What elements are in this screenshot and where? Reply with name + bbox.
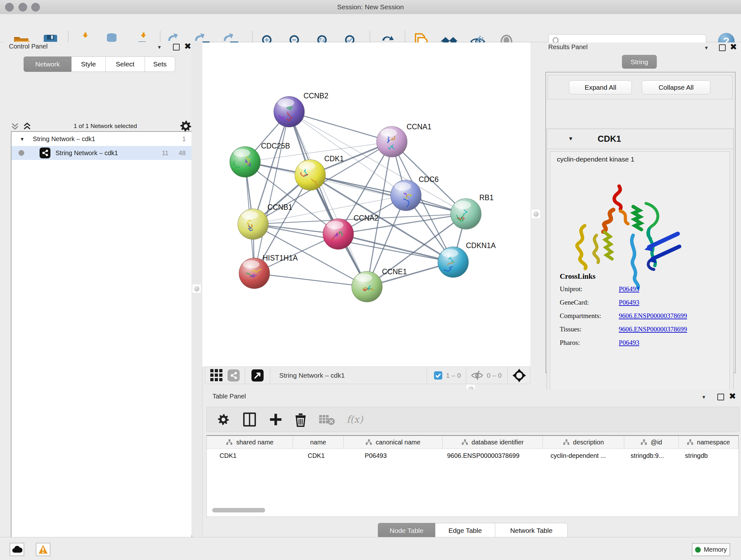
- table-body: CDK1CDK1P064939606.ENSP00000378699cyclin…: [207, 449, 738, 462]
- crosslink-link[interactable]: P06493: [619, 299, 639, 307]
- network-node-CDK1[interactable]: CDK1: [295, 154, 344, 190]
- table-cell: 9606.ENSP00000378699: [443, 449, 543, 462]
- network-edge-CCNB2-CCNE1[interactable]: [289, 112, 367, 287]
- tab-style[interactable]: Style: [71, 57, 106, 72]
- hierarchy-icon: [641, 439, 648, 445]
- birds-eye-view-icon[interactable]: [210, 369, 223, 382]
- network-canvas[interactable]: CCNB2CCNA1CDC25BCDK1CDC6RB1CCNB1CCNA2CDK…: [202, 43, 530, 367]
- expand-all-networks-icon[interactable]: [23, 122, 31, 131]
- table-settings-gear-icon[interactable]: [217, 413, 230, 426]
- network-node-HIST1H1A[interactable]: HIST1H1A: [239, 254, 298, 289]
- network-row-selected[interactable]: String Network – cdk1 11 48: [11, 146, 192, 160]
- collapse-all-networks-icon[interactable]: [11, 122, 19, 131]
- splitter-handle[interactable]: [532, 210, 540, 218]
- network-node-CCNB2[interactable]: CCNB2: [274, 91, 328, 127]
- column-header--id[interactable]: @id: [624, 436, 678, 449]
- hierarchy-icon: [365, 439, 373, 445]
- node-label-CCNB2: CCNB2: [304, 91, 328, 100]
- panel-collapse-icon[interactable]: ▼: [704, 45, 709, 51]
- network-edge-CDK1-RB1[interactable]: [310, 175, 466, 214]
- expand-all-button[interactable]: Expand All: [569, 80, 632, 95]
- table-panel: Table Panel ▼ ✖ f(x) shared namenamecano…: [203, 389, 741, 537]
- tab-edge-table[interactable]: Edge Table: [435, 523, 495, 538]
- node-label-CCNB1: CCNB1: [267, 203, 292, 211]
- network-node-CDKN1A[interactable]: CDKN1A: [438, 241, 496, 277]
- crosslink-label: Uniprot:: [560, 285, 619, 293]
- splitter-handle[interactable]: [192, 285, 201, 293]
- cloud-status-button[interactable]: [10, 543, 24, 556]
- hierarchy-icon: [226, 439, 233, 445]
- graphics-details-icon[interactable]: [227, 369, 240, 381]
- section-collapse-icon[interactable]: ▼: [568, 136, 574, 142]
- network-status-dot: [18, 150, 24, 156]
- table-cell: CDK1: [207, 449, 293, 462]
- gene-name: CDK1: [598, 134, 621, 144]
- navigator-crosshair-icon[interactable]: [512, 368, 526, 382]
- node-label-CCNA2: CCNA2: [354, 214, 379, 222]
- collapse-all-button[interactable]: Collapse All: [642, 80, 711, 95]
- horizontal-scrollbar-thumb[interactable]: [212, 508, 265, 512]
- column-header-description[interactable]: description: [543, 436, 624, 449]
- column-header-name[interactable]: name: [293, 436, 344, 449]
- network-node-CDC25B[interactable]: CDC25B: [230, 142, 290, 177]
- node-label-CDC6: CDC6: [419, 175, 439, 184]
- network-collection-row[interactable]: ▼ String Network – cdk1 1: [11, 132, 192, 146]
- delete-table-icon: [319, 413, 335, 426]
- tab-network-table[interactable]: Network Table: [495, 523, 568, 538]
- network-options-gear-icon[interactable]: [179, 120, 192, 132]
- table-row[interactable]: CDK1CDK1P064939606.ENSP00000378699cyclin…: [207, 449, 738, 462]
- tab-string[interactable]: String: [622, 55, 657, 69]
- crosslink-link[interactable]: 9606.ENSP00000378699: [619, 325, 687, 333]
- tree-expander-icon[interactable]: ▼: [20, 136, 24, 142]
- column-header-namespace[interactable]: namespace: [679, 436, 738, 449]
- selected-node-edge-count: 1 – 0: [446, 372, 461, 379]
- vertical-splitter[interactable]: [192, 42, 203, 536]
- control-panel: Control Panel ▼ ✖ NetworkStyleSelectSets…: [3, 42, 192, 536]
- column-header-canonical-name[interactable]: canonical name: [344, 436, 443, 449]
- network-edge-CCNB2-HIST1H1A[interactable]: [254, 112, 289, 273]
- tab-sets[interactable]: Sets: [145, 57, 175, 72]
- tab-network[interactable]: Network: [23, 57, 71, 72]
- node-label-CCNA1: CCNA1: [407, 123, 431, 131]
- network-edge-HIST1H1A-CCNE1[interactable]: [254, 273, 367, 287]
- vertical-splitter-right[interactable]: [530, 43, 543, 389]
- results-panel: Results Panel ▼ ✖ String Expand All Coll…: [543, 43, 741, 389]
- selected-checkbox-icon[interactable]: [434, 371, 442, 380]
- table-panel-title: Table Panel: [212, 393, 246, 400]
- panel-close-icon[interactable]: ✖: [184, 44, 192, 49]
- column-header-shared-name[interactable]: shared name: [207, 436, 293, 449]
- create-column-icon[interactable]: [269, 413, 282, 427]
- network-edge-CCNB2-CCNA1[interactable]: [289, 112, 392, 142]
- panel-collapse-icon[interactable]: ▼: [157, 44, 162, 50]
- memory-label: Memory: [704, 546, 727, 553]
- panel-close-icon[interactable]: ✖: [729, 394, 736, 399]
- tab-node-table[interactable]: Node Table: [378, 523, 435, 538]
- tab-select[interactable]: Select: [106, 57, 145, 72]
- network-node-RB1[interactable]: RB1: [451, 193, 494, 229]
- network-list: ▼ String Network – cdk1 1 String Network…: [11, 131, 192, 560]
- panel-float-icon[interactable]: [718, 394, 724, 400]
- hidden-eye-icon[interactable]: [471, 370, 483, 381]
- warnings-button[interactable]: [36, 543, 51, 556]
- network-node-CCNA1[interactable]: CCNA1: [377, 123, 431, 157]
- table-cell: cyclin-dependent ...: [543, 449, 624, 462]
- show-columns-icon[interactable]: [243, 413, 256, 427]
- delete-column-icon[interactable]: [295, 412, 307, 427]
- crosslink-link[interactable]: P06493: [619, 285, 639, 293]
- column-header-database-identifier[interactable]: database identifier: [443, 436, 543, 449]
- hierarchy-icon: [687, 439, 694, 445]
- panel-float-icon[interactable]: [719, 44, 726, 51]
- crosslink-link[interactable]: P06493: [619, 339, 639, 347]
- gene-section-header[interactable]: ▼ CDK1: [547, 129, 733, 149]
- panel-collapse-icon[interactable]: ▼: [701, 394, 706, 400]
- panel-float-icon[interactable]: [173, 44, 180, 51]
- table-tabs: Node TableEdge TableNetwork Table: [378, 523, 568, 538]
- title-bar: Session: New Session: [0, 0, 741, 14]
- crosslinks-heading: CrossLinks: [560, 272, 687, 281]
- gene-description: cyclin-dependent kinase 1: [557, 155, 634, 163]
- open-view-icon[interactable]: [252, 369, 264, 381]
- panel-close-icon[interactable]: ✖: [730, 44, 737, 50]
- crosslink-link[interactable]: 9606.ENSP00000378699: [619, 312, 687, 320]
- memory-button[interactable]: Memory: [692, 543, 730, 556]
- crosslink-row: Tissues:9606.ENSP00000378699: [560, 325, 687, 333]
